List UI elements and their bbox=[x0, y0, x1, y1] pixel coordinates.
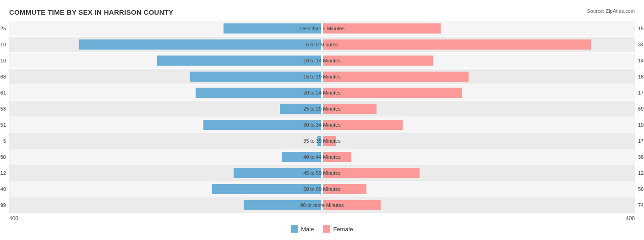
bar-group: 99 90 or more Minutes 74 bbox=[9, 197, 635, 213]
male-value: 161 bbox=[0, 90, 7, 95]
right-side: 187 bbox=[322, 69, 635, 84]
male-bar bbox=[79, 39, 321, 50]
male-value: 140 bbox=[0, 186, 7, 192]
female-bar-wrapper: 74 bbox=[323, 200, 635, 210]
female-bar-wrapper: 102 bbox=[323, 120, 635, 130]
legend-male-box bbox=[291, 225, 298, 233]
bars-area: 125 Less than 5 Minutes 151 bbox=[9, 21, 635, 213]
male-bar-wrapper: 310 bbox=[9, 39, 321, 50]
female-bar-wrapper: 56 bbox=[323, 184, 635, 194]
female-bar bbox=[323, 88, 462, 98]
bar-group: 125 Less than 5 Minutes 151 bbox=[9, 21, 635, 36]
axis-labels: 400 400 bbox=[9, 215, 635, 222]
female-bar-wrapper: 124 bbox=[323, 168, 635, 178]
female-value: 69 bbox=[637, 106, 644, 112]
female-bar bbox=[323, 23, 441, 33]
left-side: 53 bbox=[9, 101, 322, 117]
female-bar bbox=[323, 200, 381, 210]
male-value: 168 bbox=[0, 74, 7, 79]
right-side: 102 bbox=[322, 117, 635, 133]
left-side: 5 bbox=[9, 133, 322, 149]
female-value: 102 bbox=[637, 122, 644, 128]
legend-female: Female bbox=[323, 225, 353, 233]
female-bar bbox=[323, 136, 336, 146]
table-row: 151 30 to 34 Minutes 102 bbox=[9, 117, 635, 133]
male-value: 210 bbox=[0, 58, 7, 63]
female-value: 124 bbox=[637, 170, 644, 176]
male-bar-wrapper: 53 bbox=[9, 104, 321, 114]
table-row: 125 Less than 5 Minutes 151 bbox=[9, 21, 635, 36]
right-side: 141 bbox=[322, 53, 635, 68]
female-bar-wrapper: 69 bbox=[323, 104, 635, 114]
table-row: 112 45 to 59 Minutes 124 bbox=[9, 165, 635, 181]
female-bar bbox=[323, 72, 469, 82]
male-bar-wrapper: 161 bbox=[9, 88, 321, 98]
female-value: 187 bbox=[637, 74, 644, 79]
left-side: 50 bbox=[9, 149, 322, 165]
female-value: 141 bbox=[637, 58, 644, 63]
female-value: 74 bbox=[637, 202, 644, 208]
bar-group: 210 10 to 14 Minutes 141 bbox=[9, 53, 635, 68]
left-side: 99 bbox=[9, 197, 322, 213]
left-side: 210 bbox=[9, 53, 322, 68]
source-label: Source: ZipAtlas.com bbox=[587, 8, 635, 14]
male-bar bbox=[157, 56, 321, 66]
male-bar-wrapper: 151 bbox=[9, 120, 321, 130]
table-row: 168 15 to 19 Minutes 187 bbox=[9, 69, 635, 84]
left-side: 161 bbox=[9, 85, 322, 100]
female-value: 178 bbox=[637, 90, 644, 95]
right-side: 178 bbox=[322, 85, 635, 100]
male-bar-wrapper: 210 bbox=[9, 56, 321, 66]
left-side: 112 bbox=[9, 165, 322, 181]
female-bar bbox=[323, 184, 366, 194]
bar-group: 50 40 to 44 Minutes 36 bbox=[9, 149, 635, 165]
male-bar bbox=[203, 120, 321, 130]
male-bar-wrapper: 140 bbox=[9, 184, 321, 194]
right-side: 344 bbox=[322, 37, 635, 52]
female-bar bbox=[323, 120, 403, 130]
male-value: 99 bbox=[0, 202, 7, 208]
male-bar bbox=[196, 88, 321, 98]
right-side: 56 bbox=[322, 181, 635, 197]
female-value: 36 bbox=[637, 154, 644, 160]
table-row: 210 10 to 14 Minutes 141 bbox=[9, 53, 635, 68]
male-value: 151 bbox=[0, 122, 7, 128]
female-bar bbox=[323, 152, 351, 162]
right-side: 69 bbox=[322, 101, 635, 117]
male-bar bbox=[234, 168, 321, 178]
female-bar-wrapper: 178 bbox=[323, 88, 635, 98]
male-bar bbox=[317, 136, 322, 146]
male-value: 5 bbox=[3, 138, 7, 144]
table-row: 140 60 to 89 Minutes 56 bbox=[9, 181, 635, 197]
right-side: 124 bbox=[322, 165, 635, 181]
table-row: 310 5 to 9 Minutes 344 bbox=[9, 37, 635, 52]
left-side: 151 bbox=[9, 117, 322, 133]
table-row: 161 20 to 24 Minutes 178 bbox=[9, 85, 635, 100]
bar-group: 161 20 to 24 Minutes 178 bbox=[9, 85, 635, 100]
female-bar bbox=[323, 168, 420, 178]
male-bar-wrapper: 50 bbox=[9, 152, 321, 162]
axis-left: 400 bbox=[9, 215, 18, 222]
male-value: 53 bbox=[0, 106, 7, 112]
table-row: 99 90 or more Minutes 74 bbox=[9, 197, 635, 213]
female-bar-wrapper: 187 bbox=[323, 72, 635, 82]
male-value: 125 bbox=[0, 26, 7, 31]
bar-group: 53 25 to 29 Minutes 69 bbox=[9, 101, 635, 117]
table-row: 5 35 to 39 Minutes 17 bbox=[9, 133, 635, 149]
table-row: 53 25 to 29 Minutes 69 bbox=[9, 101, 635, 117]
left-side: 140 bbox=[9, 181, 322, 197]
bar-group: 112 45 to 59 Minutes 124 bbox=[9, 165, 635, 181]
female-value: 17 bbox=[637, 138, 644, 144]
male-bar bbox=[190, 72, 321, 82]
chart-title: COMMUTE TIME BY SEX IN HARRISON COUNTY bbox=[9, 8, 635, 16]
female-bar-wrapper: 36 bbox=[323, 152, 635, 162]
bar-group: 140 60 to 89 Minutes 56 bbox=[9, 181, 635, 197]
bar-group: 168 15 to 19 Minutes 187 bbox=[9, 69, 635, 84]
legend-female-label: Female bbox=[333, 226, 353, 233]
female-bar-wrapper: 344 bbox=[323, 39, 635, 50]
female-value: 151 bbox=[637, 26, 644, 31]
female-value: 56 bbox=[637, 186, 644, 192]
right-side: 74 bbox=[322, 197, 635, 213]
male-bar-wrapper: 99 bbox=[9, 200, 321, 210]
female-bar-wrapper: 17 bbox=[323, 136, 635, 146]
